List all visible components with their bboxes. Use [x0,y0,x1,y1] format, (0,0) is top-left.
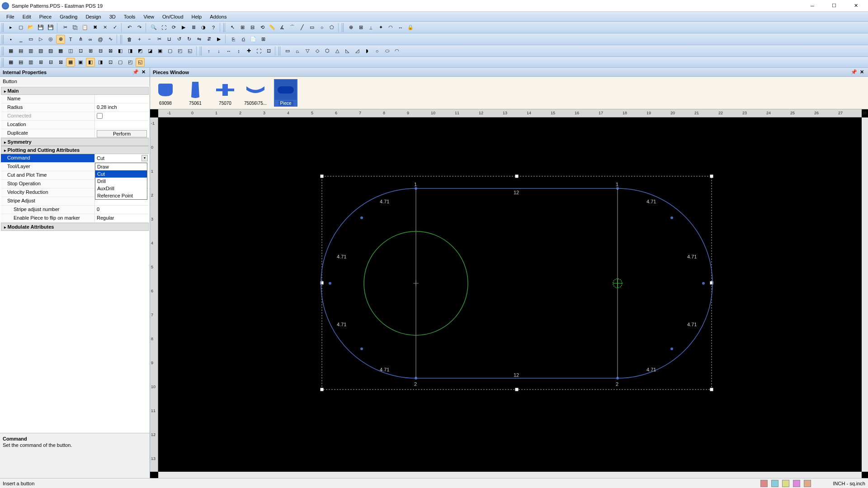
status-icon-2[interactable] [771,480,778,487]
arrow-ud-icon[interactable]: ↕ [234,47,243,56]
flip-icon[interactable]: ⇵ [204,35,213,44]
node-icon[interactable]: • [6,35,15,44]
trash-icon[interactable]: 🗑 [125,35,134,44]
distribute-icon[interactable]: ⊟ [248,23,257,32]
minimize-button[interactable]: ─ [806,1,819,10]
section-symmetry[interactable]: Symmetry [1,138,149,146]
toolbar-grip[interactable] [2,58,5,67]
expand-icon[interactable]: ⛶ [254,47,263,56]
lock-icon[interactable]: 🔒 [406,23,415,32]
maximize-button[interactable]: ☐ [827,1,841,10]
scrollbar-horizontal[interactable] [158,472,862,478]
panel-close-icon[interactable]: ✕ [140,69,147,75]
dd-item-auxdrill[interactable]: AuxDrill [95,185,147,192]
shape-dia-icon[interactable]: ◇ [313,47,322,56]
toolbar-grip[interactable] [342,23,344,32]
panel2-icon[interactable]: ▤ [16,58,25,67]
rect-icon[interactable]: ▭ [307,23,316,32]
join-icon[interactable]: ⊔ [165,35,174,44]
view5-icon[interactable]: ▨ [46,47,55,56]
paste-icon[interactable]: 📋 [80,23,90,32]
view7-icon[interactable]: ◫ [66,47,75,56]
panel12-icon[interactable]: ▢ [116,58,125,67]
text-tool-icon[interactable]: T [66,35,75,44]
center-icon[interactable]: ✚ [244,47,253,56]
rotate-icon[interactable]: ⟳ [169,23,178,32]
shape-arc-icon[interactable]: ◠ [392,47,401,56]
view16-icon[interactable]: ▣ [156,47,165,56]
target-icon[interactable]: ◎ [46,35,55,44]
prop-connected-value[interactable] [95,112,149,120]
measure-icon[interactable]: 📏 [268,23,277,32]
run-icon[interactable]: ▶ [214,35,223,44]
view10-icon[interactable]: ⊟ [96,47,105,56]
report-icon[interactable]: 📄 [249,35,258,44]
prop-flip-value[interactable]: Regular [95,214,149,222]
shape-circ-icon[interactable]: ○ [373,47,382,56]
button-tool-icon[interactable]: ⊕ [56,35,65,44]
check-icon[interactable]: ✓ [110,23,119,32]
section-main[interactable]: Main [1,87,149,95]
open-icon[interactable]: 📂 [26,23,35,32]
piece-thumb-1[interactable]: 75061 [184,79,207,107]
angle-icon[interactable]: ∡ [278,23,287,32]
play-icon[interactable]: ▷ [36,35,45,44]
layers-icon[interactable]: ≣ [189,23,198,32]
view1-icon[interactable]: ▦ [6,47,15,56]
sub-icon[interactable]: － [145,35,154,44]
help-icon[interactable]: ? [209,23,218,32]
prop-radius-value[interactable]: 0.28 inch [95,103,149,112]
toolbar-grip[interactable] [223,23,226,32]
view13-icon[interactable]: ◨ [126,47,135,56]
pieces-close-icon[interactable]: ✕ [859,69,865,75]
toolbar-grip[interactable] [278,47,281,56]
button-marker[interactable] [613,279,622,288]
box-icon[interactable]: ▭ [26,35,35,44]
redo-icon[interactable]: ↷ [135,23,144,32]
panel1-icon[interactable]: ▦ [6,58,15,67]
save-icon[interactable]: 💾 [36,23,45,32]
shape-trap-icon[interactable]: ⏢ [293,47,302,56]
menu-3d[interactable]: 3D [106,13,119,20]
section-plotting[interactable]: Plotting and Cutting Attributes [1,146,149,154]
view3-icon[interactable]: ▥ [26,47,35,56]
shape-semi-icon[interactable]: ◗ [363,47,372,56]
edge-icon[interactable]: ⎯ [16,35,25,44]
arrow-dn-icon[interactable]: ↓ [214,47,223,56]
save-multi-icon[interactable]: 💾 [46,23,55,32]
menu-file[interactable]: File [3,13,18,20]
panel8-icon[interactable]: ▣ [76,58,85,67]
table-icon[interactable]: ⊞ [259,35,268,44]
panel10-icon[interactable]: ◨ [96,58,105,67]
shape-tri-icon[interactable]: ▽ [303,47,312,56]
panel11-icon[interactable]: ⊡ [106,58,115,67]
section-modulate[interactable]: Modulate Attributes [1,223,149,231]
zoom-icon[interactable]: 🔍 [149,23,158,32]
undo-icon[interactable]: ↶ [125,23,134,32]
export-icon[interactable]: ⎘ [229,35,238,44]
shape-ell-icon[interactable]: ⬭ [382,47,392,56]
branch-icon[interactable]: ⋔ [76,35,85,44]
pieces-pin-icon[interactable]: 📌 [849,69,859,75]
delete-icon[interactable]: ✖ [90,23,99,32]
canvas[interactable]: 4.71 4.71 4.71 4.71 4.71 4.71 4.71 4.71 … [158,117,862,472]
menu-help[interactable]: Help [188,13,206,20]
piece-thumb-3[interactable]: 75056\75... [243,79,268,107]
arrow-lr-icon[interactable]: ↔ [224,47,233,56]
compass-icon[interactable]: ✦ [376,23,385,32]
status-icon-1[interactable] [760,480,768,487]
prop-stripenum-value[interactable]: 0 [95,206,149,214]
prop-location-value[interactable] [95,121,149,129]
prop-name-value[interactable] [95,95,149,103]
import-icon[interactable]: ⎙ [239,35,248,44]
panel6-icon[interactable]: ⊠ [56,58,65,67]
curve-icon[interactable]: ⌒ [288,23,297,32]
menu-oncloud[interactable]: On/Cloud [159,13,187,20]
arc-icon[interactable]: ◠ [386,23,395,32]
command-dropdown[interactable]: Draw Cut Drill AuxDrill Reference Point [95,163,147,200]
close-button[interactable]: ✕ [849,1,863,10]
dd-item-cut[interactable]: Cut [95,170,147,178]
pointer-tool-icon[interactable]: ▸ [6,23,15,32]
view17-icon[interactable]: ▢ [165,47,175,56]
snap-icon[interactable]: ⊕ [346,23,355,32]
